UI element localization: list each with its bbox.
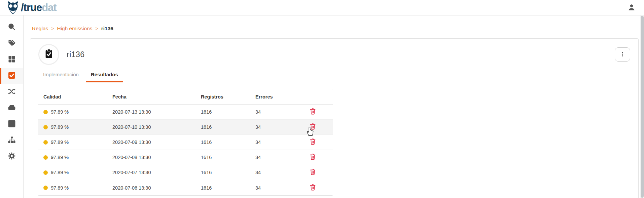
check-square-icon [8, 71, 16, 81]
errors-value: 34 [255, 140, 292, 145]
search-icon [8, 23, 16, 32]
quality-value: 97.89 % [51, 124, 69, 130]
delete-result-button[interactable] [309, 184, 317, 192]
table-row: 97.89 % 2020-07-08 13:30 1616 34 [38, 150, 333, 165]
sidebar [0, 15, 24, 198]
vertical-scrollbar[interactable] [640, 15, 644, 198]
table-row: 97.89 % 2020-07-07 13:30 1616 34 [38, 165, 333, 180]
sidebar-item-settings[interactable] [0, 149, 23, 165]
breadcrumb: Reglas > High emissions > ri136 [32, 26, 639, 32]
rule-card: ri136 Implementación Resultados Calidad … [30, 38, 639, 198]
quality-value: 97.89 % [51, 170, 69, 175]
rule-avatar [38, 44, 59, 65]
user-icon[interactable] [627, 3, 636, 12]
delete-result-button[interactable] [309, 123, 317, 131]
quality-value: 97.89 % [51, 140, 69, 145]
trash-icon [309, 187, 316, 192]
sidebar-item-tags[interactable] [0, 36, 23, 52]
errors-value: 34 [255, 170, 292, 175]
delete-result-button[interactable] [309, 153, 317, 161]
trash-icon [309, 156, 316, 161]
drawer-icon [8, 104, 16, 113]
more-options-button[interactable] [615, 47, 630, 62]
sidebar-item-lineage[interactable] [0, 84, 23, 100]
quality-dot-icon [43, 140, 48, 145]
table-row: 97.89 % 2020-07-06 13:30 1616 34 [38, 180, 333, 195]
delete-result-button[interactable] [309, 108, 317, 116]
date-value: 2020-07-08 13:30 [112, 155, 201, 160]
truedat-logo[interactable]: /truedat [7, 1, 57, 14]
top-header: /truedat [0, 0, 644, 15]
column-header-registros: Registros [201, 94, 255, 100]
logo-text-light: dat [42, 2, 57, 13]
sidebar-item-data-sources[interactable] [0, 100, 23, 116]
quality-dot-icon [43, 186, 48, 190]
page-title: ri136 [67, 50, 85, 59]
breadcrumb-separator-icon: > [96, 26, 98, 31]
date-value: 2020-07-09 13:30 [112, 140, 201, 145]
sitemap-icon [8, 136, 16, 145]
tabs-bar: Implementación Resultados [30, 65, 638, 82]
trash-icon [309, 171, 316, 176]
quality-dot-icon [43, 155, 48, 160]
kebab-menu-icon [619, 51, 625, 58]
column-header-errores: Errores [255, 94, 292, 100]
results-table-header: Calidad Fecha Registros Errores [38, 89, 333, 105]
grid-icon [8, 55, 16, 65]
trash-icon [309, 141, 316, 146]
logo-text-dark: /true [21, 2, 42, 13]
clipboard-check-icon [44, 49, 54, 60]
records-value: 1616 [201, 124, 255, 130]
breadcrumb-separator-icon: > [51, 26, 54, 31]
main-content: Reglas > High emissions > ri136 ri136 [24, 15, 644, 198]
column-header-fecha: Fecha [112, 94, 201, 100]
tab-resultados[interactable]: Resultados [86, 72, 123, 82]
sidebar-item-structures[interactable] [0, 132, 23, 149]
breadcrumb-link-reglas[interactable]: Reglas [32, 26, 48, 32]
sidebar-item-quality-rules[interactable] [0, 68, 23, 84]
breadcrumb-link-high-emissions[interactable]: High emissions [57, 26, 92, 32]
date-value: 2020-07-10 13:30 [112, 124, 201, 130]
rule-card-header: ri136 [30, 39, 638, 65]
date-value: 2020-07-13 13:30 [112, 109, 201, 115]
errors-value: 34 [255, 185, 292, 191]
records-value: 1616 [201, 155, 255, 160]
chart-line-icon [8, 120, 16, 129]
records-value: 1616 [201, 140, 255, 145]
breadcrumb-current: ri136 [101, 26, 113, 32]
quality-value: 97.89 % [51, 109, 69, 115]
sidebar-item-search[interactable] [0, 19, 23, 36]
date-value: 2020-07-07 13:30 [112, 170, 201, 175]
date-value: 2020-07-06 13:30 [112, 185, 201, 191]
records-value: 1616 [201, 185, 255, 191]
errors-value: 34 [255, 155, 292, 160]
quality-dot-icon [43, 170, 48, 175]
trash-icon [309, 111, 316, 116]
table-row: 97.89 % 2020-07-09 13:30 1616 34 [38, 135, 333, 150]
column-header-calidad: Calidad [38, 94, 112, 100]
records-value: 1616 [201, 109, 255, 115]
trash-icon [309, 126, 316, 131]
errors-value: 34 [255, 124, 292, 130]
shuffle-icon [8, 87, 16, 97]
scrollbar-thumb[interactable] [641, 16, 644, 198]
records-value: 1616 [201, 170, 255, 175]
quality-value: 97.89 % [51, 155, 69, 160]
owl-logo-icon [7, 1, 19, 14]
errors-value: 34 [255, 109, 292, 115]
quality-dot-icon [43, 125, 48, 129]
tags-icon [8, 39, 16, 48]
delete-result-button[interactable] [309, 168, 317, 176]
quality-dot-icon [43, 110, 48, 114]
app-shell: Reglas > High emissions > ri136 ri136 [0, 15, 644, 198]
sidebar-item-dashboards[interactable] [0, 116, 23, 132]
logo-text: /truedat [21, 2, 57, 13]
table-row-hovered: 97.89 % 2020-07-10 13:30 1616 34 [38, 120, 333, 135]
delete-result-button[interactable] [309, 138, 317, 146]
quality-value: 97.89 % [51, 185, 69, 191]
table-row: 97.89 % 2020-07-13 13:30 1616 34 [38, 105, 333, 120]
sidebar-item-grid[interactable] [0, 52, 23, 68]
results-table: Calidad Fecha Registros Errores 97.89 % … [38, 89, 333, 196]
gear-icon [8, 152, 16, 161]
tab-implementacion[interactable]: Implementación [38, 72, 83, 82]
